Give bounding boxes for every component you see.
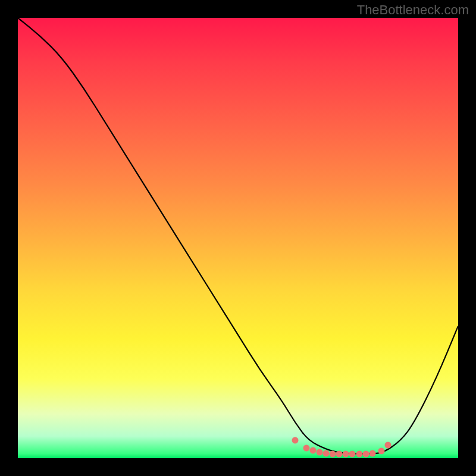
- optimal-marker: [343, 451, 349, 458]
- watermark-text: TheBottleneck.com: [357, 2, 469, 18]
- optimal-marker: [384, 441, 391, 448]
- optimal-marker: [330, 450, 336, 457]
- optimal-marker: [303, 444, 309, 451]
- optimal-marker: [309, 447, 316, 453]
- optimal-marker: [292, 437, 299, 444]
- optimal-marker: [336, 451, 343, 458]
- marker-layer: [18, 18, 458, 458]
- optimal-marker: [362, 450, 369, 457]
- optimal-marker: [356, 451, 362, 458]
- optimal-marker: [316, 449, 322, 455]
- optimal-marker: [349, 451, 356, 458]
- chart-area: [18, 18, 458, 458]
- optimal-marker: [323, 450, 330, 456]
- optimal-marker: [378, 448, 384, 455]
- optimal-marker: [369, 450, 375, 456]
